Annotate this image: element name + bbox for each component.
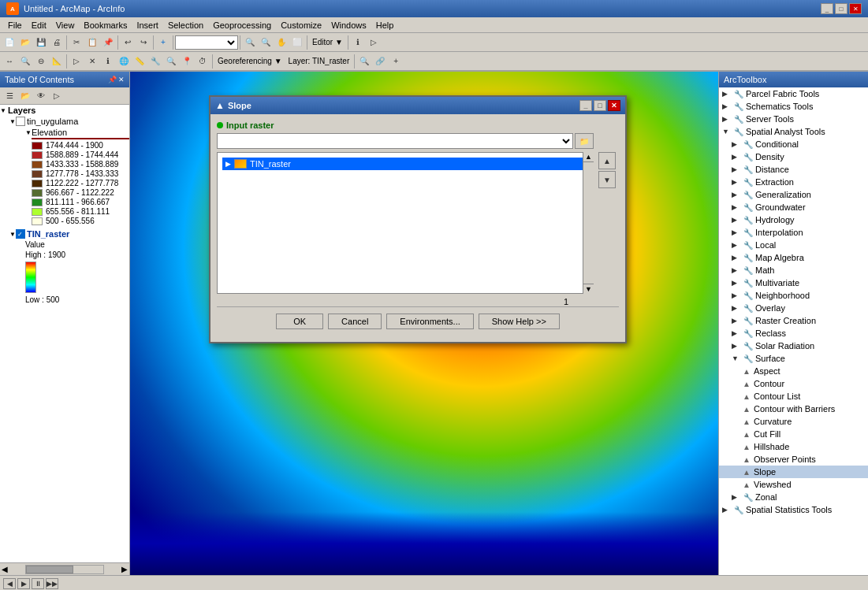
toolbox-raster-creation[interactable]: ▶ 🔧 Raster Creation — [719, 314, 868, 327]
toolbox-observer-points[interactable]: ▲ Observer Points — [719, 453, 868, 466]
conditional-expand[interactable]: ▶ — [732, 140, 741, 148]
raster-item-selected[interactable]: ▶ TIN_raster — [222, 158, 588, 170]
toolbox-server[interactable]: ▶ 🔧 Server Tools — [719, 113, 868, 125]
toolbox-hillshade[interactable]: ▲ Hillshade — [719, 440, 868, 453]
select2-button[interactable]: ▷ — [69, 54, 84, 69]
toolbox-slope[interactable]: ▲ Slope — [719, 466, 868, 478]
menu-file[interactable]: File — [3, 19, 27, 32]
select-button[interactable]: ▷ — [366, 35, 382, 50]
toolbox-reclass[interactable]: ▶ 🔧 Reclass — [719, 327, 868, 340]
print-button[interactable]: 🖨 — [49, 35, 65, 50]
measure-button[interactable]: 📏 — [132, 54, 147, 69]
toolbox-surface[interactable]: ▼ 🔧 Surface — [719, 352, 868, 365]
redo-button[interactable]: ↪ — [136, 35, 151, 50]
close-button[interactable]: ✕ — [849, 3, 862, 14]
dialog-window-controls[interactable]: _ □ ✕ — [579, 100, 620, 111]
cut-button[interactable]: ✂ — [69, 35, 84, 50]
scroll-track[interactable] — [25, 565, 104, 574]
tin-uygulama-checkbox[interactable] — [16, 117, 25, 126]
dialog-minimize-button[interactable]: _ — [579, 100, 592, 111]
tree-scroll-track[interactable] — [583, 162, 594, 284]
toc-close-button[interactable]: ✕ — [118, 76, 125, 83]
toc-header-buttons[interactable]: 📌 ✕ — [108, 76, 125, 83]
zoom-out2-button[interactable]: ⊖ — [33, 54, 49, 69]
nav-forward-button[interactable]: ▶ — [17, 578, 30, 589]
nav-buttons[interactable]: ◀ ▶ ⏸ ▶▶ — [3, 578, 58, 589]
elevation-expand[interactable]: ▼ — [25, 129, 32, 136]
scroll-left[interactable]: ◀ — [0, 565, 9, 573]
overlay-expand[interactable]: ▶ — [732, 304, 741, 312]
toolbox-extraction[interactable]: ▶ 🔧 Extraction — [719, 176, 868, 188]
generalization-expand[interactable]: ▶ — [732, 191, 741, 199]
window-controls[interactable]: _ □ ✕ — [821, 3, 862, 14]
open-button[interactable]: 📂 — [17, 35, 33, 50]
copy-button[interactable]: 📋 — [84, 35, 100, 50]
cancel-button[interactable]: Cancel — [328, 314, 382, 329]
toc-sel-btn[interactable]: ▷ — [49, 88, 65, 104]
nav-end-button[interactable]: ▶▶ — [46, 578, 58, 589]
surface-expand[interactable]: ▼ — [732, 354, 741, 362]
menu-windows[interactable]: Windows — [326, 19, 371, 32]
scroll-right[interactable]: ▶ — [120, 565, 129, 573]
tin-raster-expand[interactable]: ▼ — [9, 231, 16, 238]
tree-scroll-down[interactable]: ▼ — [583, 284, 594, 294]
toolbox-aspect[interactable]: ▲ Aspect — [719, 365, 868, 377]
raster-item-label[interactable]: TIN_raster — [250, 159, 291, 169]
save-button[interactable]: 💾 — [33, 35, 49, 50]
layers-expand[interactable]: ▼ — [0, 107, 6, 114]
side-up-button[interactable]: ▲ — [598, 152, 616, 169]
parcel-expand[interactable]: ▶ — [722, 90, 732, 98]
nav-pause-button[interactable]: ⏸ — [32, 578, 44, 589]
tin-raster-header[interactable]: ▼ ✓ TIN_raster — [9, 228, 129, 239]
server-expand[interactable]: ▶ — [722, 115, 732, 123]
toc-scrollbar[interactable]: ◀ ▶ — [0, 562, 129, 575]
toolbox-math[interactable]: ▶ 🔧 Math — [719, 264, 868, 276]
input-browse-button[interactable]: 📁 — [575, 133, 594, 149]
dialog-close-button[interactable]: ✕ — [608, 100, 620, 111]
toolbox-distance[interactable]: ▶ 🔧 Distance — [719, 163, 868, 176]
input-raster-combo[interactable] — [217, 133, 573, 149]
full-extent-button[interactable]: ⬜ — [289, 35, 305, 50]
hydrology-expand[interactable]: ▶ — [732, 216, 741, 224]
toolbox-groundwater[interactable]: ▶ 🔧 Groundwater — [719, 201, 868, 213]
toolbox-contour-barriers[interactable]: ▲ Contour with Barriers — [719, 403, 868, 415]
toc-list-btn[interactable]: ☰ — [2, 88, 17, 104]
toolbox-overlay[interactable]: ▶ 🔧 Overlay — [719, 302, 868, 314]
toc-pin-button[interactable]: 📌 — [108, 76, 117, 83]
zoom-in2-button[interactable]: 🔍 — [17, 54, 33, 69]
toolbox-neighborhood[interactable]: ▶ 🔧 Neighborhood — [719, 289, 868, 302]
tree-scrollbar[interactable]: ▲ ▼ — [583, 152, 594, 294]
toolbox-schematics[interactable]: ▶ 🔧 Schematics Tools — [719, 100, 868, 113]
menu-view[interactable]: View — [51, 19, 80, 32]
undo-button[interactable]: ↩ — [120, 35, 136, 50]
scale-combo[interactable] — [175, 35, 238, 50]
toolbox-spatial-analyst[interactable]: ▼ 🔧 Spatial Analyst Tools — [719, 125, 868, 138]
zoom-in-button[interactable]: 🔍 — [242, 35, 258, 50]
dialog-maximize-button[interactable]: □ — [594, 100, 606, 111]
toolbox-density[interactable]: ▶ 🔧 Density — [719, 150, 868, 163]
neighborhood-expand[interactable]: ▶ — [732, 291, 741, 299]
map-algebra-expand[interactable]: ▶ — [732, 254, 741, 262]
tin-uygulama-header[interactable]: ▼ tin_uygulama — [9, 116, 129, 127]
extent-button[interactable]: 📐 — [49, 54, 65, 69]
extraction-expand[interactable]: ▶ — [732, 178, 741, 186]
menu-selection[interactable]: Selection — [163, 19, 208, 32]
spatial-analyst-expand[interactable]: ▼ — [722, 128, 732, 135]
solar-expand[interactable]: ▶ — [732, 342, 741, 350]
clear-button[interactable]: ✕ — [84, 54, 100, 69]
globe-button[interactable]: 🌐 — [116, 54, 132, 69]
editor-label[interactable]: Editor ▼ — [309, 38, 346, 46]
toolbox-contour-list[interactable]: ▲ Contour List — [719, 390, 868, 403]
toolbox-multivariate[interactable]: ▶ 🔧 Multivariate — [719, 276, 868, 289]
environments-button[interactable]: Environments... — [386, 314, 473, 329]
toolbox-curvature[interactable]: ▲ Curvature — [719, 415, 868, 428]
local-expand[interactable]: ▶ — [732, 241, 741, 249]
multivariate-expand[interactable]: ▶ — [732, 279, 741, 287]
pan2-button[interactable]: ↔ — [2, 54, 17, 69]
toolbox-zonal[interactable]: ▶ 🔧 Zonal — [719, 491, 868, 503]
toolbox-local[interactable]: ▶ 🔧 Local — [719, 239, 868, 251]
tree-area[interactable]: ▶ TIN_raster — [217, 152, 594, 294]
tin-raster-checkbox[interactable]: ✓ — [16, 229, 25, 239]
georef-zoom[interactable]: 🔍 — [356, 54, 372, 69]
zoom-out-button[interactable]: 🔍 — [258, 35, 274, 50]
